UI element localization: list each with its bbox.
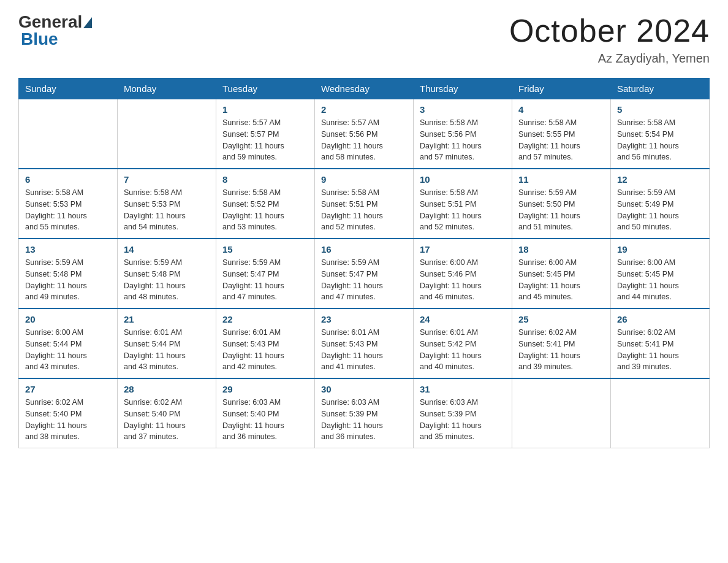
day-number: 6	[25, 174, 111, 185]
day-cell: 3Sunrise: 5:58 AM Sunset: 5:56 PM Daylig…	[414, 99, 512, 169]
day-cell	[611, 378, 710, 448]
day-cell: 18Sunrise: 6:00 AM Sunset: 5:45 PM Dayli…	[512, 239, 611, 308]
day-number: 15	[222, 244, 308, 255]
day-cell: 16Sunrise: 5:59 AM Sunset: 5:47 PM Dayli…	[315, 239, 414, 308]
day-cell	[512, 378, 611, 448]
day-number: 26	[617, 314, 703, 324]
calendar-subtitle: Az Zaydiyah, Yemen	[509, 52, 710, 66]
day-cell: 11Sunrise: 5:59 AM Sunset: 5:50 PM Dayli…	[512, 169, 611, 239]
day-number: 29	[222, 384, 308, 394]
day-cell: 1Sunrise: 5:57 AM Sunset: 5:57 PM Daylig…	[216, 99, 315, 169]
header-cell-monday: Monday	[118, 79, 216, 99]
day-number: 18	[518, 244, 604, 255]
day-info: Sunrise: 5:59 AM Sunset: 5:48 PM Dayligh…	[124, 257, 210, 303]
page-header: General Blue October 2024 Az Zaydiyah, Y…	[18, 12, 710, 66]
day-info: Sunrise: 6:00 AM Sunset: 5:44 PM Dayligh…	[25, 327, 111, 373]
day-cell: 12Sunrise: 5:59 AM Sunset: 5:49 PM Dayli…	[611, 169, 710, 239]
day-cell: 24Sunrise: 6:01 AM Sunset: 5:42 PM Dayli…	[414, 308, 512, 378]
day-info: Sunrise: 6:01 AM Sunset: 5:42 PM Dayligh…	[420, 327, 506, 373]
day-cell: 31Sunrise: 6:03 AM Sunset: 5:39 PM Dayli…	[414, 378, 512, 448]
day-cell: 19Sunrise: 6:00 AM Sunset: 5:45 PM Dayli…	[611, 239, 710, 308]
day-number: 23	[321, 314, 407, 324]
title-section: October 2024 Az Zaydiyah, Yemen	[509, 12, 710, 66]
day-info: Sunrise: 6:01 AM Sunset: 5:44 PM Dayligh…	[124, 327, 210, 373]
logo: General Blue	[18, 12, 92, 49]
day-info: Sunrise: 5:59 AM Sunset: 5:49 PM Dayligh…	[617, 187, 703, 233]
day-number: 1	[222, 104, 308, 115]
day-number: 21	[124, 314, 210, 324]
day-cell: 30Sunrise: 6:03 AM Sunset: 5:39 PM Dayli…	[315, 378, 414, 448]
day-number: 19	[617, 244, 703, 255]
day-info: Sunrise: 6:03 AM Sunset: 5:39 PM Dayligh…	[420, 397, 506, 443]
day-info: Sunrise: 5:59 AM Sunset: 5:48 PM Dayligh…	[25, 257, 111, 303]
day-cell: 29Sunrise: 6:03 AM Sunset: 5:40 PM Dayli…	[216, 378, 315, 448]
day-number: 27	[25, 384, 111, 394]
day-cell: 9Sunrise: 5:58 AM Sunset: 5:51 PM Daylig…	[315, 169, 414, 239]
day-number: 2	[321, 104, 407, 115]
day-number: 9	[321, 174, 407, 185]
week-row-1: 1Sunrise: 5:57 AM Sunset: 5:57 PM Daylig…	[19, 99, 710, 169]
day-cell: 10Sunrise: 5:58 AM Sunset: 5:51 PM Dayli…	[414, 169, 512, 239]
day-cell: 6Sunrise: 5:58 AM Sunset: 5:53 PM Daylig…	[19, 169, 118, 239]
week-row-5: 27Sunrise: 6:02 AM Sunset: 5:40 PM Dayli…	[19, 378, 710, 448]
day-number: 30	[321, 384, 407, 394]
day-cell: 25Sunrise: 6:02 AM Sunset: 5:41 PM Dayli…	[512, 308, 611, 378]
week-row-3: 13Sunrise: 5:59 AM Sunset: 5:48 PM Dayli…	[19, 239, 710, 308]
day-number: 22	[222, 314, 308, 324]
day-info: Sunrise: 6:02 AM Sunset: 5:40 PM Dayligh…	[124, 397, 210, 443]
header-cell-saturday: Saturday	[611, 79, 710, 99]
day-number: 8	[222, 174, 308, 185]
day-number: 13	[25, 244, 111, 255]
day-info: Sunrise: 5:58 AM Sunset: 5:55 PM Dayligh…	[518, 117, 604, 163]
day-number: 11	[518, 174, 604, 185]
calendar-table: SundayMondayTuesdayWednesdayThursdayFrid…	[18, 78, 710, 448]
day-cell: 15Sunrise: 5:59 AM Sunset: 5:47 PM Dayli…	[216, 239, 315, 308]
calendar-title: October 2024	[509, 12, 710, 49]
day-info: Sunrise: 5:59 AM Sunset: 5:47 PM Dayligh…	[321, 257, 407, 303]
day-info: Sunrise: 5:58 AM Sunset: 5:52 PM Dayligh…	[222, 187, 308, 233]
day-info: Sunrise: 6:00 AM Sunset: 5:45 PM Dayligh…	[518, 257, 604, 303]
day-cell	[19, 99, 118, 169]
day-cell: 28Sunrise: 6:02 AM Sunset: 5:40 PM Dayli…	[118, 378, 216, 448]
day-info: Sunrise: 5:58 AM Sunset: 5:51 PM Dayligh…	[321, 187, 407, 233]
day-info: Sunrise: 6:01 AM Sunset: 5:43 PM Dayligh…	[321, 327, 407, 373]
day-number: 4	[518, 104, 604, 115]
day-number: 3	[420, 104, 506, 115]
day-info: Sunrise: 6:03 AM Sunset: 5:40 PM Dayligh…	[222, 397, 308, 443]
day-info: Sunrise: 6:01 AM Sunset: 5:43 PM Dayligh…	[222, 327, 308, 373]
header-cell-friday: Friday	[512, 79, 611, 99]
day-info: Sunrise: 5:59 AM Sunset: 5:47 PM Dayligh…	[222, 257, 308, 303]
day-cell: 13Sunrise: 5:59 AM Sunset: 5:48 PM Dayli…	[19, 239, 118, 308]
header-cell-thursday: Thursday	[414, 79, 512, 99]
day-info: Sunrise: 6:02 AM Sunset: 5:41 PM Dayligh…	[617, 327, 703, 373]
day-number: 20	[25, 314, 111, 324]
day-cell: 2Sunrise: 5:57 AM Sunset: 5:56 PM Daylig…	[315, 99, 414, 169]
week-row-4: 20Sunrise: 6:00 AM Sunset: 5:44 PM Dayli…	[19, 308, 710, 378]
day-cell	[118, 99, 216, 169]
day-info: Sunrise: 5:58 AM Sunset: 5:54 PM Dayligh…	[617, 117, 703, 163]
day-cell: 23Sunrise: 6:01 AM Sunset: 5:43 PM Dayli…	[315, 308, 414, 378]
day-number: 14	[124, 244, 210, 255]
day-number: 7	[124, 174, 210, 185]
day-info: Sunrise: 5:58 AM Sunset: 5:56 PM Dayligh…	[420, 117, 506, 163]
day-number: 12	[617, 174, 703, 185]
day-cell: 27Sunrise: 6:02 AM Sunset: 5:40 PM Dayli…	[19, 378, 118, 448]
day-cell: 17Sunrise: 6:00 AM Sunset: 5:46 PM Dayli…	[414, 239, 512, 308]
day-cell: 22Sunrise: 6:01 AM Sunset: 5:43 PM Dayli…	[216, 308, 315, 378]
day-info: Sunrise: 6:02 AM Sunset: 5:41 PM Dayligh…	[518, 327, 604, 373]
day-info: Sunrise: 5:57 AM Sunset: 5:56 PM Dayligh…	[321, 117, 407, 163]
day-info: Sunrise: 5:59 AM Sunset: 5:50 PM Dayligh…	[518, 187, 604, 233]
day-cell: 8Sunrise: 5:58 AM Sunset: 5:52 PM Daylig…	[216, 169, 315, 239]
day-number: 5	[617, 104, 703, 115]
day-cell: 5Sunrise: 5:58 AM Sunset: 5:54 PM Daylig…	[611, 99, 710, 169]
day-info: Sunrise: 6:03 AM Sunset: 5:39 PM Dayligh…	[321, 397, 407, 443]
day-number: 16	[321, 244, 407, 255]
day-info: Sunrise: 5:58 AM Sunset: 5:53 PM Dayligh…	[25, 187, 111, 233]
day-number: 25	[518, 314, 604, 324]
header-cell-tuesday: Tuesday	[216, 79, 315, 99]
day-info: Sunrise: 6:02 AM Sunset: 5:40 PM Dayligh…	[25, 397, 111, 443]
day-cell: 21Sunrise: 6:01 AM Sunset: 5:44 PM Dayli…	[118, 308, 216, 378]
day-info: Sunrise: 6:00 AM Sunset: 5:46 PM Dayligh…	[420, 257, 506, 303]
header-cell-sunday: Sunday	[19, 79, 118, 99]
day-info: Sunrise: 5:58 AM Sunset: 5:51 PM Dayligh…	[420, 187, 506, 233]
